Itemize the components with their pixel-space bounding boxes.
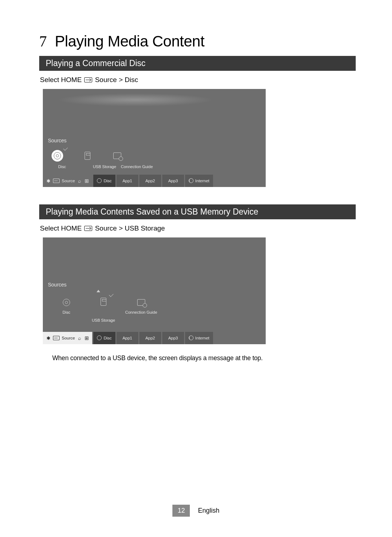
settings-icon[interactable] [46,335,51,341]
taskbar-app3[interactable]: App3 [162,175,184,187]
source-icon [84,226,92,231]
source-item-label: USB Storage [90,164,119,169]
disc-icon[interactable] [52,150,63,162]
breadcrumb-prefix: Select HOME [40,224,83,232]
apps-icon[interactable] [84,335,89,341]
taskbar-cell-label: Disc [103,336,111,340]
chapter-text: Playing Media Content [55,33,204,50]
taskbar-cell-label: Internet [195,336,209,340]
taskbar-cell-label: App3 [168,336,178,340]
source-icon [84,77,92,82]
taskbar-cell-label: App3 [168,179,178,183]
breadcrumb-usb: Select HOME Source > USB Storage [40,224,356,232]
search-icon[interactable] [77,178,82,183]
breadcrumb-disc: Select HOME Source > Disc [40,76,356,84]
taskbar-left: Source [43,175,92,187]
globe-icon [189,335,193,341]
disc-icon [97,178,102,184]
source-icon[interactable] [53,179,60,183]
chapter-number: 7 [39,33,47,50]
footer-language: English [198,507,219,514]
taskbar-cell-label: Internet [195,179,209,183]
taskbar-app3[interactable]: App3 [162,332,184,344]
page-number: 12 [172,505,190,517]
usb-icon[interactable] [98,296,109,307]
source-item-label: Disc [49,164,75,169]
source-item-label: Connection Guide [121,310,161,314]
source-item-label: Disc [54,310,79,314]
apps-icon[interactable] [84,178,89,183]
sources-label: Sources [43,280,266,291]
taskbar-source-label: Source [62,336,75,340]
usb-note: When connected to a USB device, the scre… [52,354,356,362]
section-heading-usb: Playing Media Contents Saved on a USB Me… [39,204,356,219]
chevron-up-icon [97,290,100,292]
settings-icon[interactable] [46,178,51,183]
taskbar-app2[interactable]: App2 [139,332,161,344]
breadcrumb-suffix: Source > Disc [95,76,138,84]
taskbar-app1[interactable]: App1 [117,332,138,344]
tv-screenshot-disc: Sources Disc USB Storage Connection Guid… [43,89,266,187]
disc-icon[interactable] [61,297,72,308]
taskbar-cell-label: Disc [103,179,111,183]
breadcrumb-prefix: Select HOME [40,76,83,84]
taskbar-cell-label: App2 [145,336,155,340]
breadcrumb-suffix: Source > USB Storage [95,224,165,232]
glow-decoration [57,93,213,106]
source-item-label: USB Storage [87,318,120,322]
taskbar-cell-label: App1 [122,179,132,183]
page-footer: 12 English [0,505,392,517]
taskbar-app1[interactable]: App1 [117,175,138,187]
connection-guide-icon[interactable] [112,150,123,161]
source-icon[interactable] [53,336,60,340]
taskbar-disc[interactable]: Disc [93,175,115,187]
connection-guide-icon[interactable] [136,297,147,308]
taskbar: Source Disc App1 App2 App3 Internet [43,175,266,187]
section-heading-commercial-disc: Playing a Commercial Disc [39,56,356,71]
taskbar-left: Source [43,332,92,344]
source-item-label: Connection Guide [117,164,157,169]
taskbar-internet[interactable]: Internet [185,175,213,187]
disc-icon [97,335,102,341]
taskbar-disc[interactable]: Disc [93,332,115,344]
sources-label: Sources [43,136,266,147]
taskbar-cell-label: App1 [122,336,132,340]
search-icon[interactable] [77,335,82,341]
usb-icon[interactable] [82,150,93,161]
tv-screenshot-usb: Sources Disc USB Storage Connection Guid… [43,237,266,344]
chapter-title: 7 Playing Media Content [39,33,356,50]
globe-icon [189,178,193,184]
taskbar-internet[interactable]: Internet [185,332,213,344]
taskbar-source-label: Source [62,179,75,183]
taskbar-app2[interactable]: App2 [139,175,161,187]
taskbar-cell-label: App2 [145,179,155,183]
taskbar: Source Disc App1 App2 App3 Internet [43,332,266,344]
